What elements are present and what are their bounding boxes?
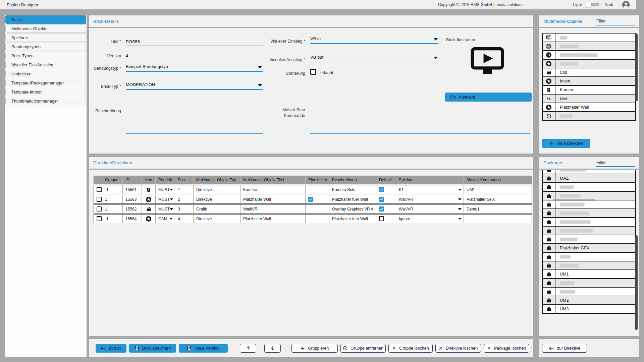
- prioritaet-dropdown[interactable]: MUST: [156, 205, 175, 213]
- gruppe-entfernen-button[interactable]: Gruppe entfernen: [340, 344, 386, 353]
- neue-version-button[interactable]: Neue Version: [179, 344, 228, 353]
- screen-text-icon: [546, 35, 552, 41]
- package-icon: [546, 306, 552, 312]
- sidebar-item-template-import[interactable]: Template-Import: [5, 88, 86, 96]
- visueller-einstieg-dropdown[interactable]: VB in: [310, 35, 438, 44]
- sidebar-item-spielorte[interactable]: Spielorte: [5, 34, 86, 42]
- spielort-dropdown[interactable]: Wall/VR: [396, 205, 464, 213]
- package-list-item[interactable]: UM1: [542, 269, 636, 279]
- packages-filter-input[interactable]: [596, 159, 635, 167]
- arrow-left-icon: [549, 346, 554, 350]
- multimedia-list-item[interactable]: Platzhalter Wall: [542, 103, 636, 112]
- platzhalter-checkbox[interactable]: [308, 197, 313, 202]
- multimedia-item-label: Kamera: [555, 86, 635, 94]
- titel-input[interactable]: [126, 38, 263, 46]
- prioritaet-dropdown[interactable]: MUST: [156, 185, 175, 194]
- table-row[interactable]: -115564CAN4DirektivePlatzhalter WallPlat…: [94, 214, 532, 223]
- sidebar-item-multimedia-objekte[interactable]: Multimedia-Objekte: [5, 24, 86, 33]
- package-list-item[interactable]: [542, 287, 636, 296]
- gruppieren-button[interactable]: Gruppieren: [291, 344, 338, 353]
- visueller-ausstieg-dropdown[interactable]: VB out: [310, 54, 438, 62]
- package-list-item[interactable]: Platzhalter GFX: [542, 243, 636, 253]
- multimedia-list-item[interactable]: Clip: [542, 68, 636, 77]
- theme-toggle[interactable]: [587, 3, 599, 6]
- sidebar-item-template-packagemanager[interactable]: Template-/Packagemanager: [5, 79, 86, 87]
- package-list-item[interactable]: UM2: [542, 296, 636, 305]
- default-checkbox[interactable]: [379, 197, 384, 202]
- platzhalter-cell: [306, 205, 329, 213]
- row-select-checkbox[interactable]: [97, 216, 102, 221]
- sidebar-item-bricks[interactable]: Bricks: [5, 15, 86, 24]
- package-list-item[interactable]: MAZ: [542, 174, 636, 183]
- sidebar-item-umbricken[interactable]: Umbricken: [5, 70, 86, 78]
- row-select-checkbox[interactable]: [97, 197, 102, 202]
- direktive-loeschen-button[interactable]: Direktive löschen: [435, 344, 481, 353]
- zurueck-button[interactable]: Zurück: [96, 344, 126, 353]
- mosart-start-input[interactable]: [310, 125, 530, 134]
- move-down-button[interactable]: [264, 344, 281, 353]
- multimedia-list-item[interactable]: [542, 42, 636, 51]
- multimedia-list-item[interactable]: Kamera: [542, 85, 636, 95]
- table-row[interactable]: 115563MUST2DirektivePlatzhalter WallPlat…: [94, 195, 532, 204]
- spielort-dropdown[interactable]: Ignore: [396, 215, 464, 223]
- package-list-item[interactable]: [542, 261, 636, 270]
- mm-objekt-typ-cell: Direktive: [194, 215, 240, 223]
- package-list-item[interactable]: [542, 235, 636, 244]
- sendungstyp-dropdown[interactable]: Beispiel-Sendungstyp: [126, 63, 263, 72]
- gruppe-loeschen-button[interactable]: Gruppe löschen: [388, 344, 433, 353]
- neue-direktive-button[interactable]: neue Direktive: [542, 139, 590, 148]
- package-list-item[interactable]: [542, 278, 636, 288]
- package-loeschen-button[interactable]: Package löschen: [484, 344, 529, 353]
- multimedia-list-item[interactable]: [542, 59, 636, 68]
- folder-icon: [450, 95, 455, 99]
- multimedia-list-item[interactable]: Insert: [542, 76, 636, 86]
- table-row[interactable]: -115561MUST1DirektiveKameraKamera SoloK1…: [94, 185, 532, 194]
- package-list-item[interactable]: [542, 226, 636, 235]
- multimedia-filter-input[interactable]: [596, 17, 635, 25]
- multimedia-list-item[interactable]: [542, 33, 636, 42]
- package-list-item[interactable]: [542, 208, 636, 218]
- row-select-checkbox[interactable]: [97, 187, 102, 192]
- prioritaet-dropdown[interactable]: CAN: [156, 215, 175, 223]
- move-up-button[interactable]: [240, 344, 256, 353]
- zur-direktive-button[interactable]: zur Direktive: [542, 344, 587, 353]
- brick-speichern-button[interactable]: Brick speichern: [129, 344, 176, 353]
- icon-cell: [543, 51, 555, 59]
- package-list-item[interactable]: UM3: [542, 304, 636, 314]
- default-checkbox[interactable]: [379, 206, 384, 212]
- icon-cell: [543, 183, 555, 191]
- theme-toggle-knob[interactable]: [585, 2, 591, 8]
- package-list-item[interactable]: [542, 252, 636, 261]
- multimedia-scrollbar[interactable]: [635, 34, 638, 101]
- table-row[interactable]: 115562MUST3GrafikWall/VROverlay Graphics…: [94, 204, 532, 214]
- sidebar-item-visueller-ein-ausstieg[interactable]: Visueller Ein-/Ausstieg: [5, 61, 86, 69]
- default-checkbox[interactable]: [379, 216, 384, 221]
- multimedia-list-item[interactable]: Live: [542, 94, 636, 103]
- multimedia-list-item[interactable]: [542, 50, 636, 60]
- brick-details-panel: Titel * Version 4 Sendungstyp * Beispiel…: [89, 28, 533, 154]
- multimedia-item-label: Insert: [555, 77, 635, 85]
- multimedia-list-item[interactable]: [542, 111, 636, 121]
- row-select-checkbox[interactable]: [97, 206, 102, 212]
- package-list-item[interactable]: [542, 191, 636, 200]
- beschreibung-input[interactable]: [126, 125, 263, 134]
- multimedia-item-label: Live: [555, 95, 635, 103]
- sidebar-item-sendungstypen[interactable]: Sendungstypen: [5, 43, 86, 51]
- sendungstyp-label: Sendungstyp *: [89, 66, 121, 71]
- package-list-item[interactable]: [542, 200, 636, 209]
- prioritaet-dropdown[interactable]: MUST: [156, 195, 175, 203]
- column-header-id: ID: [123, 176, 142, 184]
- sidebar-item-thumbnail-iconmanager[interactable]: Thumbnail-/Iconmanager: [5, 97, 86, 105]
- spielort-dropdown[interactable]: Wall/VR: [396, 195, 464, 203]
- brick-typ-dropdown[interactable]: MODERATION: [126, 81, 263, 90]
- auswahl-button[interactable]: Auswahl: [445, 93, 532, 102]
- default-checkbox[interactable]: [379, 187, 384, 192]
- package-list-item[interactable]: [542, 217, 636, 227]
- user-avatar-icon[interactable]: [622, 1, 630, 9]
- packages-scrollbar[interactable]: [635, 235, 638, 330]
- button-label: Package löschen: [494, 346, 526, 351]
- sidebar-item-brick-typen[interactable]: Brick-Typen: [5, 52, 86, 60]
- spielort-dropdown[interactable]: K1: [396, 185, 464, 194]
- sortierung-checkbox[interactable]: [310, 69, 316, 75]
- package-list-item[interactable]: [542, 182, 636, 192]
